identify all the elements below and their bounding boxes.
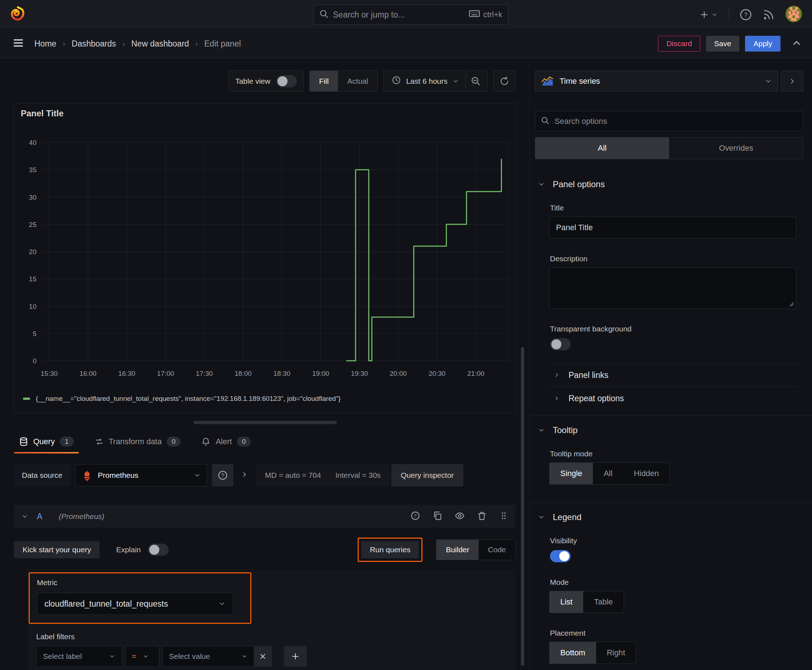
toggle-viz-suggestions-button[interactable] bbox=[781, 71, 804, 91]
collapse-query-chevron[interactable] bbox=[21, 513, 28, 520]
chevron-down-icon bbox=[538, 514, 545, 521]
new-menu-button[interactable] bbox=[699, 10, 718, 20]
save-button[interactable]: Save bbox=[706, 36, 740, 52]
pane-scrollbar[interactable] bbox=[521, 347, 524, 666]
tab-all-options[interactable]: All bbox=[535, 137, 669, 159]
panel-options-section-header[interactable]: Panel options bbox=[535, 179, 804, 189]
legend-placement-label: Placement bbox=[550, 629, 804, 638]
bell-icon bbox=[201, 437, 210, 446]
panel-options-pane: Time series Search options All Overrides… bbox=[529, 58, 812, 670]
query-help-icon[interactable]: ? bbox=[410, 511, 420, 522]
options-search-input[interactable]: Search options bbox=[535, 111, 804, 131]
tab-alert[interactable]: Alert 0 bbox=[196, 430, 256, 453]
time-series-panel[interactable]: Panel Title 051015202530354015:3016:0016… bbox=[14, 103, 516, 413]
breadcrumb-dashboards[interactable]: Dashboards bbox=[71, 39, 116, 49]
user-avatar[interactable] bbox=[785, 6, 802, 24]
y-tick-label: 20 bbox=[29, 248, 37, 255]
chevron-down-icon bbox=[765, 78, 772, 85]
max-datapoints-stat: MD = auto = 704 bbox=[265, 471, 321, 480]
datasource-picker[interactable]: Prometheus bbox=[75, 464, 207, 486]
collapse-header-button[interactable] bbox=[791, 37, 802, 50]
breadcrumb-new-dashboard[interactable]: New dashboard bbox=[131, 39, 189, 49]
legend-visibility-toggle[interactable] bbox=[550, 550, 571, 562]
run-queries-button[interactable]: Run queries bbox=[361, 541, 419, 558]
x-tick-label: 20:30 bbox=[429, 370, 446, 377]
x-tick-label: 15:30 bbox=[41, 370, 58, 377]
visualization-picker[interactable]: Time series bbox=[535, 71, 778, 91]
panel-view-toolbar: Table view Fill Actual Last 6 hours bbox=[14, 71, 515, 91]
placement-right-option[interactable]: Right bbox=[596, 642, 636, 663]
discard-button[interactable]: Discard bbox=[658, 36, 700, 52]
global-search-input[interactable]: Search or jump to... ctrl+k bbox=[313, 5, 509, 25]
time-range-control: Last 6 hours bbox=[383, 71, 488, 91]
tab-overrides[interactable]: Overrides bbox=[669, 137, 803, 159]
panel-resize-handle[interactable] bbox=[194, 421, 337, 424]
fill-option[interactable]: Fill bbox=[310, 71, 338, 91]
x-tick-label: 17:00 bbox=[157, 370, 175, 377]
panel-title-input[interactable] bbox=[549, 217, 796, 239]
code-option[interactable]: Code bbox=[479, 540, 515, 560]
remove-filter-button[interactable] bbox=[254, 646, 272, 667]
add-filter-button[interactable] bbox=[284, 646, 307, 667]
table-view-toggle[interactable] bbox=[276, 75, 297, 87]
menu-toggle-button[interactable] bbox=[12, 37, 24, 51]
datasource-label: Data source bbox=[14, 464, 70, 486]
select-value-dropdown[interactable]: Select value bbox=[162, 646, 254, 667]
select-label-dropdown[interactable]: Select label bbox=[36, 646, 122, 667]
help-button[interactable]: ? bbox=[740, 8, 752, 21]
metric-select[interactable]: cloudflared_tunnel_total_requests bbox=[37, 593, 233, 615]
plus-icon bbox=[291, 652, 300, 661]
drag-handle-icon[interactable] bbox=[499, 511, 509, 522]
query-options-summary[interactable]: MD = auto = 704 Interval = 30s bbox=[256, 464, 390, 486]
x-tick-label: 19:30 bbox=[351, 370, 368, 377]
tab-query[interactable]: Query 1 bbox=[14, 430, 79, 453]
tooltip-all-option[interactable]: All bbox=[593, 463, 623, 484]
delete-query-icon[interactable] bbox=[477, 511, 487, 522]
search-icon bbox=[541, 116, 549, 126]
toggle-visibility-icon[interactable] bbox=[455, 511, 465, 522]
explain-toggle[interactable] bbox=[148, 544, 169, 556]
query-ref-id[interactable]: A bbox=[37, 512, 42, 521]
query-section-tabs: Query 1 Transform data 0 Alert 0 bbox=[14, 430, 515, 453]
series-legend-label[interactable]: {__name__="cloudflared_tunnel_total_requ… bbox=[36, 395, 341, 403]
repeat-options-section[interactable]: Repeat options bbox=[535, 387, 804, 410]
placement-bottom-option[interactable]: Bottom bbox=[549, 642, 596, 663]
panel-description-textarea[interactable] bbox=[549, 267, 796, 309]
news-rss-button[interactable] bbox=[763, 8, 775, 21]
operator-dropdown[interactable]: = bbox=[125, 646, 159, 667]
breadcrumb-separator: › bbox=[63, 40, 65, 48]
tooltip-section-header[interactable]: Tooltip bbox=[535, 425, 804, 435]
top-nav-bar: Search or jump to... ctrl+k ? bbox=[0, 0, 812, 29]
zoom-out-icon bbox=[471, 76, 481, 86]
tooltip-mode-label: Tooltip mode bbox=[550, 450, 804, 458]
refresh-button[interactable] bbox=[493, 71, 515, 91]
tooltip-single-option[interactable]: Single bbox=[549, 463, 593, 484]
y-tick-label: 5 bbox=[32, 330, 37, 337]
apply-button[interactable]: Apply bbox=[745, 36, 780, 52]
duplicate-query-icon[interactable] bbox=[432, 511, 442, 522]
y-tick-label: 35 bbox=[29, 166, 37, 174]
expand-options-chevron[interactable] bbox=[241, 470, 249, 480]
x-tick-label: 18:30 bbox=[273, 370, 291, 377]
breadcrumb-edit-panel: Edit panel bbox=[204, 39, 241, 49]
y-tick-label: 40 bbox=[29, 139, 37, 146]
transparent-background-toggle[interactable] bbox=[550, 338, 571, 350]
datasource-help-button[interactable]: ? bbox=[212, 464, 234, 486]
fill-actual-switch: Fill Actual bbox=[309, 71, 378, 91]
legend-list-option[interactable]: List bbox=[549, 591, 583, 613]
zoom-out-button[interactable] bbox=[466, 71, 486, 91]
kick-start-query-button[interactable]: Kick start your query bbox=[14, 541, 100, 558]
time-range-picker[interactable]: Last 6 hours bbox=[385, 71, 465, 91]
tooltip-hidden-option[interactable]: Hidden bbox=[623, 463, 670, 484]
panel-links-section[interactable]: Panel links bbox=[535, 364, 804, 387]
query-inspector-button[interactable]: Query inspector bbox=[391, 464, 463, 486]
legend-section-header[interactable]: Legend bbox=[535, 512, 804, 522]
actual-option[interactable]: Actual bbox=[338, 71, 377, 91]
breadcrumb-home[interactable]: Home bbox=[34, 39, 56, 49]
query-row-a[interactable]: A (Prometheus) ? bbox=[14, 505, 515, 528]
legend-table-option[interactable]: Table bbox=[583, 591, 624, 613]
tab-transform-data[interactable]: Transform data 0 bbox=[90, 430, 186, 453]
y-tick-label: 10 bbox=[29, 303, 37, 310]
grafana-logo[interactable] bbox=[10, 6, 26, 23]
builder-option[interactable]: Builder bbox=[436, 540, 478, 560]
